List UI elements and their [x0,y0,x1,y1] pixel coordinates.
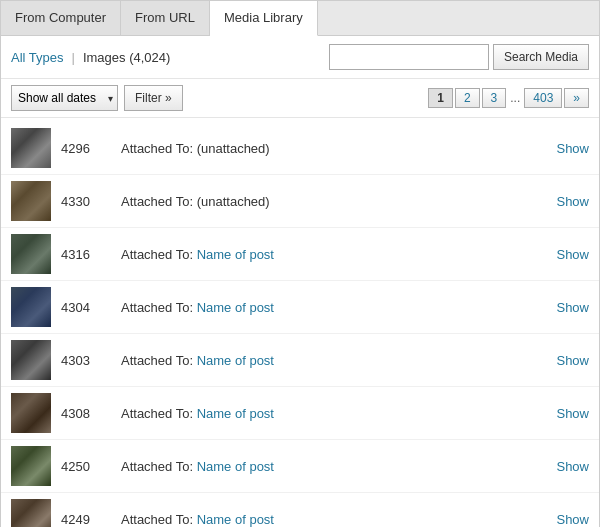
pagination-dots: ... [508,91,522,105]
filter-separator: | [72,50,75,65]
attached-to-label: Attached To: [121,406,197,421]
media-id: 4303 [61,353,111,368]
media-attached-info: Attached To: Name of post [121,353,546,368]
media-attached-info: Attached To: Name of post [121,512,546,527]
attached-to-value: (unattached) [197,194,270,209]
media-row: 4249Attached To: Name of postShow [1,493,599,527]
page-button-2[interactable]: 2 [455,88,480,108]
media-thumbnail [11,340,51,380]
media-thumbnail [11,181,51,221]
date-select-wrapper: Show all dates [11,85,118,111]
search-input[interactable] [329,44,489,70]
attached-to-value[interactable]: Name of post [197,512,274,527]
attached-to-label: Attached To: [121,512,197,527]
images-count-label: Images (4,024) [83,50,170,65]
attached-to-value[interactable]: Name of post [197,300,274,315]
attached-to-value[interactable]: Name of post [197,353,274,368]
media-attached-info: Attached To: Name of post [121,406,546,421]
pagination: 1 2 3 ... 403 » [428,88,589,108]
attached-to-label: Attached To: [121,247,197,262]
media-row: 4308Attached To: Name of postShow [1,387,599,440]
tab-media-library[interactable]: Media Library [210,1,318,36]
media-show-link[interactable]: Show [556,247,589,262]
media-show-link[interactable]: Show [556,353,589,368]
media-show-link[interactable]: Show [556,300,589,315]
media-thumbnail [11,287,51,327]
attached-to-value[interactable]: Name of post [197,247,274,262]
filter-button[interactable]: Filter » [124,85,183,111]
media-show-link[interactable]: Show [556,194,589,209]
media-thumbnail [11,393,51,433]
filter-left: All Types | Images (4,024) [11,50,170,65]
attached-to-label: Attached To: [121,194,197,209]
media-row: 4316Attached To: Name of postShow [1,228,599,281]
media-id: 4330 [61,194,111,209]
media-attached-info: Attached To: Name of post [121,300,546,315]
media-row: 4304Attached To: Name of postShow [1,281,599,334]
media-attached-info: Attached To: Name of post [121,459,546,474]
media-attached-info: Attached To: (unattached) [121,194,546,209]
attached-to-label: Attached To: [121,141,197,156]
attached-to-value[interactable]: Name of post [197,406,274,421]
search-area: Search Media [329,44,589,70]
media-id: 4249 [61,512,111,527]
media-list: 4296Attached To: (unattached)Show4330Att… [1,118,599,527]
media-show-link[interactable]: Show [556,512,589,527]
media-id: 4250 [61,459,111,474]
media-attached-info: Attached To: (unattached) [121,141,546,156]
media-row: 4296Attached To: (unattached)Show [1,122,599,175]
page-button-last[interactable]: 403 [524,88,562,108]
all-types-link[interactable]: All Types [11,50,64,65]
media-thumbnail [11,499,51,527]
page-button-next[interactable]: » [564,88,589,108]
media-id: 4316 [61,247,111,262]
media-attached-info: Attached To: Name of post [121,247,546,262]
media-id: 4308 [61,406,111,421]
search-button[interactable]: Search Media [493,44,589,70]
media-id: 4296 [61,141,111,156]
date-select[interactable]: Show all dates [11,85,118,111]
attached-to-value: (unattached) [197,141,270,156]
attached-to-label: Attached To: [121,353,197,368]
media-row: 4330Attached To: (unattached)Show [1,175,599,228]
media-thumbnail [11,446,51,486]
media-thumbnail [11,234,51,274]
media-show-link[interactable]: Show [556,459,589,474]
media-row: 4250Attached To: Name of postShow [1,440,599,493]
tab-from-computer[interactable]: From Computer [1,1,121,35]
attached-to-value[interactable]: Name of post [197,459,274,474]
tab-from-url[interactable]: From URL [121,1,210,35]
tab-bar: From Computer From URL Media Library [1,1,599,36]
media-show-link[interactable]: Show [556,141,589,156]
date-left: Show all dates Filter » [11,85,183,111]
media-show-link[interactable]: Show [556,406,589,421]
media-thumbnail [11,128,51,168]
page-button-3[interactable]: 3 [482,88,507,108]
media-id: 4304 [61,300,111,315]
filter-row: All Types | Images (4,024) Search Media [1,36,599,79]
media-row: 4303Attached To: Name of postShow [1,334,599,387]
attached-to-label: Attached To: [121,300,197,315]
date-filter-row: Show all dates Filter » 1 2 3 ... 403 » [1,79,599,118]
page-button-1[interactable]: 1 [428,88,453,108]
main-container: From Computer From URL Media Library All… [0,0,600,527]
attached-to-label: Attached To: [121,459,197,474]
